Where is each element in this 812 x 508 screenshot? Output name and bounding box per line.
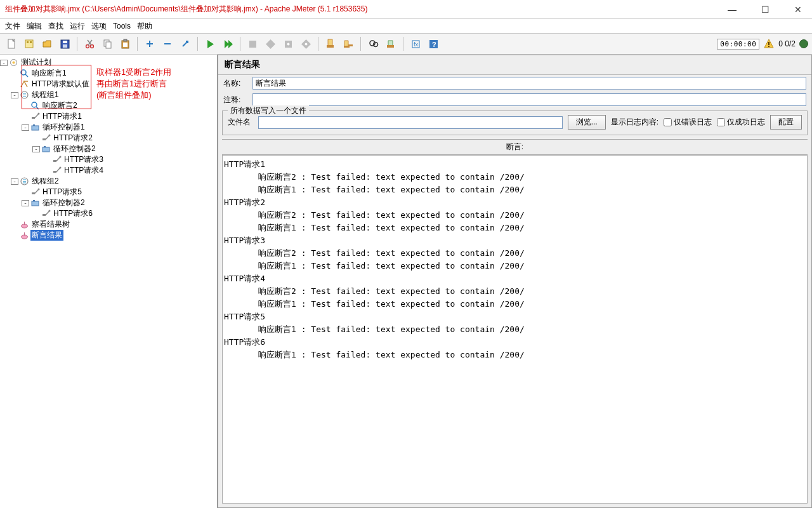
menu-help[interactable]: 帮助 — [137, 21, 152, 32]
tree-node-loop2b[interactable]: -循环控制器2 — [0, 197, 217, 208]
tree-node-loop2[interactable]: -循环控制器2 — [0, 144, 217, 154]
test-plan-tree[interactable]: 取样器1受断言2作用 再由断言1进行断言 (断言组件叠加) -测试计划 响应断言… — [0, 55, 218, 508]
svg-point-50 — [48, 135, 50, 137]
tree-node-http5[interactable]: HTTP请求5 — [0, 187, 217, 197]
menu-tools[interactable]: Tools — [113, 22, 131, 30]
result-failure-message[interactable]: 响应断言2 : Test failed: text expected to co… — [224, 247, 806, 260]
start-no-pause-icon[interactable] — [220, 36, 235, 51]
warning-icon[interactable] — [763, 38, 775, 50]
svg-rect-3 — [30, 41, 32, 43]
tree-node-loop1[interactable]: -循环控制器1 — [0, 122, 217, 133]
start-icon[interactable] — [202, 36, 218, 51]
tree-node-assertion-results[interactable]: 断言结果 — [0, 230, 217, 241]
toolbar: fx ? 00:00:00 0 0/2 — [0, 33, 812, 55]
result-sampler[interactable]: HTTP请求6 — [224, 336, 806, 349]
cut-icon[interactable] — [82, 36, 97, 51]
assertions-header: 断言: — [222, 139, 808, 155]
tree-node-http6[interactable]: HTTP请求6 — [0, 208, 217, 219]
annotation-text: 取样器1受断言2作用 再由断言1进行断言 (断言组件叠加) — [96, 67, 171, 101]
tree-node-http1[interactable]: HTTP请求1 — [0, 111, 217, 122]
tree-node-http4[interactable]: HTTP请求4 — [0, 165, 217, 176]
result-sampler[interactable]: HTTP请求1 — [224, 158, 806, 171]
svg-rect-6 — [63, 44, 67, 48]
paste-icon[interactable] — [117, 36, 133, 51]
window-titlebar: 组件叠加对其影响.jmx (C:\Users\Admin\Documents\组… — [0, 0, 812, 19]
window-title: 组件叠加对其影响.jmx (C:\Users\Admin\Documents\组… — [5, 4, 367, 15]
save-icon[interactable] — [57, 36, 72, 51]
result-sampler[interactable]: HTTP请求2 — [224, 196, 806, 209]
only-error-checkbox[interactable]: 仅错误日志 — [664, 117, 712, 128]
comment-field[interactable] — [252, 93, 806, 106]
menu-search[interactable]: 查找 — [48, 21, 63, 32]
browse-button[interactable]: 浏览... — [568, 115, 606, 130]
result-failure-message[interactable]: 响应断言1 : Test failed: text expected to co… — [224, 222, 806, 234]
result-failure-message[interactable]: 响应断言2 : Test failed: text expected to co… — [224, 171, 806, 184]
tree-node-assertion2[interactable]: 响应断言2 — [0, 100, 217, 111]
svg-point-54 — [59, 156, 61, 158]
shutdown-remote-icon[interactable] — [298, 36, 313, 51]
result-failure-message[interactable]: 响应断言2 : Test failed: text expected to co… — [224, 285, 806, 298]
minimize-button[interactable]: — — [723, 4, 741, 15]
configure-button[interactable]: 配置 — [770, 115, 802, 130]
result-failure-message[interactable]: 响应断言1 : Test failed: text expected to co… — [224, 260, 806, 272]
svg-rect-2 — [27, 41, 29, 43]
svg-rect-60 — [32, 201, 39, 206]
tree-node-view-results-tree[interactable]: 察看结果树 — [0, 219, 217, 230]
filename-field[interactable] — [258, 116, 563, 129]
tree-node-threadgroup2[interactable]: -线程组2 — [0, 176, 217, 187]
copy-icon[interactable] — [100, 36, 115, 51]
menu-run[interactable]: 运行 — [70, 21, 85, 32]
svg-rect-65 — [24, 222, 25, 225]
svg-point-39 — [21, 70, 26, 75]
showlog-label: 显示日志内容: — [611, 117, 658, 128]
collapse-icon[interactable] — [160, 36, 175, 51]
reset-search-icon[interactable] — [383, 36, 398, 51]
menu-options[interactable]: 选项 — [91, 21, 107, 32]
only-success-checkbox[interactable]: 仅成功日志 — [717, 117, 765, 128]
clear-all-icon[interactable] — [341, 36, 356, 51]
expand-icon[interactable] — [142, 36, 157, 51]
result-failure-message[interactable]: 响应断言1 : Test failed: text expected to co… — [224, 298, 806, 311]
tree-node-http2[interactable]: HTTP请求2 — [0, 133, 217, 144]
comment-label: 注释: — [223, 95, 249, 105]
tree-node-http3[interactable]: HTTP请求3 — [0, 154, 217, 165]
svg-rect-48 — [33, 124, 35, 126]
maximize-button[interactable]: ☐ — [756, 4, 774, 15]
svg-rect-62 — [43, 214, 46, 216]
toggle-icon[interactable] — [178, 36, 193, 51]
status-indicator-icon — [799, 39, 808, 48]
assertion-results-panel: 断言结果 名称: 注释: 所有数据写入一个文件 文件名 浏览... 显示日志内容… — [218, 55, 812, 508]
search-icon[interactable] — [365, 36, 381, 51]
templates-icon[interactable] — [22, 36, 37, 51]
result-sampler[interactable]: HTTP请求3 — [224, 234, 806, 247]
svg-line-10 — [88, 40, 91, 45]
close-button[interactable]: ✕ — [789, 4, 807, 15]
svg-rect-5 — [63, 41, 67, 43]
new-file-icon[interactable] — [4, 36, 19, 51]
result-failure-message[interactable]: 响应断言1 : Test failed: text expected to co… — [224, 184, 806, 196]
window-controls: — ☐ ✕ — [723, 4, 807, 15]
result-failure-message[interactable]: 响应断言1 : Test failed: text expected to co… — [224, 349, 806, 361]
svg-point-38 — [12, 62, 15, 64]
svg-rect-19 — [249, 41, 256, 48]
result-failure-message[interactable]: 响应断言2 : Test failed: text expected to co… — [224, 209, 806, 222]
svg-rect-25 — [327, 45, 334, 48]
shutdown-icon[interactable] — [263, 36, 278, 51]
result-sampler[interactable]: HTTP请求5 — [224, 311, 806, 323]
svg-rect-45 — [32, 117, 35, 119]
name-field[interactable] — [252, 77, 806, 90]
open-icon[interactable] — [39, 36, 55, 51]
assertion-results-list[interactable]: HTTP请求1响应断言2 : Test failed: text expecte… — [222, 155, 808, 504]
svg-rect-30 — [387, 45, 394, 48]
function-helper-icon[interactable]: fx — [408, 36, 423, 51]
help-icon[interactable]: ? — [426, 36, 441, 51]
svg-text:fx: fx — [414, 41, 419, 48]
stop-icon[interactable] — [245, 36, 260, 51]
menu-file[interactable]: 文件 — [5, 21, 20, 32]
clear-icon[interactable] — [323, 36, 338, 51]
result-sampler[interactable]: HTTP请求4 — [224, 272, 806, 285]
stop-remote-icon[interactable] — [280, 36, 296, 51]
result-failure-message[interactable]: 响应断言1 : Test failed: text expected to co… — [224, 323, 806, 336]
menu-edit[interactable]: 编辑 — [27, 21, 42, 32]
menubar: 文件 编辑 查找 运行 选项 Tools 帮助 — [0, 19, 812, 33]
